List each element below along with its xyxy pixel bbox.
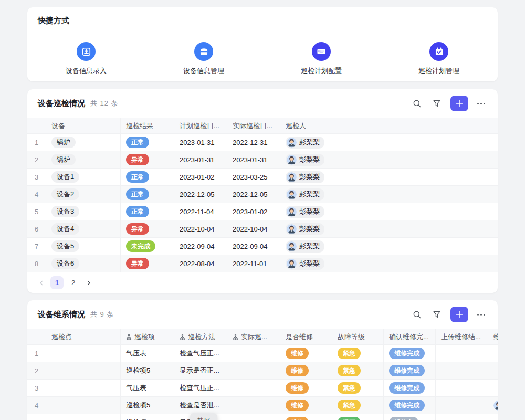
device-cell[interactable]: 锅炉 — [46, 134, 121, 151]
inspector-cell[interactable]: 彭梨梨 — [280, 220, 332, 237]
header-column[interactable]: 维 — [488, 329, 498, 344]
prev-page-icon[interactable] — [36, 277, 47, 289]
confirm-cell[interactable]: 维修中 — [384, 414, 436, 420]
point-cell[interactable] — [46, 414, 121, 420]
device-cell[interactable]: 设备2 — [46, 186, 121, 203]
level-cell[interactable]: 紧急 — [332, 362, 384, 379]
result-cell[interactable]: 异常 — [121, 220, 174, 237]
actual-date-cell[interactable]: 2022-11-01 — [227, 255, 280, 272]
next-page-icon[interactable] — [83, 277, 94, 289]
planned-date-cell[interactable]: 2023-01-31 — [174, 134, 227, 151]
planned-date-cell[interactable]: 2023-01-02 — [174, 169, 227, 185]
header-device[interactable]: 设备 — [46, 118, 121, 133]
inspector-cell[interactable]: 彭梨梨 — [280, 151, 332, 168]
level-cell[interactable]: 紧急 — [332, 345, 384, 362]
item-cell[interactable]: 巡检项5 — [121, 414, 174, 420]
header-column[interactable]: 是否维修 — [280, 329, 332, 344]
header-actual-date[interactable]: 实际巡检日... — [227, 118, 280, 133]
more-icon[interactable] — [474, 307, 488, 322]
result-cell[interactable]: 正常 — [121, 134, 174, 151]
planned-date-cell[interactable]: 2022-09-04 — [174, 238, 227, 255]
header-column[interactable]: 上传维修结... — [436, 329, 488, 344]
header-column[interactable]: 故障等级 — [332, 329, 384, 344]
point-cell[interactable] — [46, 362, 121, 379]
point-cell[interactable] — [46, 345, 121, 362]
table-row[interactable]: 3 气压表 检查气压正... 维修 紧急 维修完成 — [27, 380, 498, 397]
actual-date-cell[interactable]: 2023-03-25 — [227, 169, 280, 185]
filter-icon[interactable] — [429, 307, 444, 322]
result-cell[interactable]: 异常 — [121, 151, 174, 168]
search-icon[interactable] — [410, 307, 424, 322]
inspector-cell[interactable]: 彭梨梨 — [280, 255, 332, 272]
upload-cell[interactable] — [436, 397, 488, 414]
method-cell[interactable]: 显示是否正... — [174, 362, 227, 379]
method-cell[interactable]: 检查气压正... — [174, 380, 227, 396]
item-cell[interactable]: 巡检项5 — [121, 397, 174, 414]
planned-date-cell[interactable]: 2022-10-04 — [174, 220, 227, 237]
result-cell[interactable]: 正常 — [121, 186, 174, 203]
table-row[interactable]: 4 设备2 正常 2022-12-05 2022-12-05 彭梨梨 — [27, 186, 498, 203]
table-row[interactable]: 4 巡检项5 检查是否泄... 维修 紧急 维修完成 — [27, 397, 498, 414]
add-record-button[interactable] — [450, 96, 468, 111]
actual-cell[interactable] — [227, 345, 280, 362]
device-cell[interactable]: 锅炉 — [46, 151, 121, 168]
result-cell[interactable]: 正常 — [121, 203, 174, 220]
device-cell[interactable]: 设备6 — [46, 255, 121, 272]
assignee-cell[interactable] — [488, 397, 498, 414]
upload-cell[interactable] — [436, 380, 488, 396]
table-row[interactable]: 5 巡检项5 显示是否正... 维修 重要 维修中 — [27, 414, 498, 420]
header-inspector[interactable]: 巡检人 — [280, 118, 332, 133]
search-icon[interactable] — [410, 96, 424, 111]
point-cell[interactable] — [46, 380, 121, 396]
add-record-button[interactable] — [450, 307, 468, 322]
filter-icon[interactable] — [429, 96, 444, 111]
repair-cell[interactable]: 维修 — [280, 345, 332, 362]
result-cell[interactable]: 异常 — [121, 255, 174, 272]
level-cell[interactable]: 重要 — [332, 414, 384, 420]
inspector-cell[interactable]: 彭梨梨 — [280, 203, 332, 220]
inspector-cell[interactable]: 彭梨梨 — [280, 169, 332, 185]
confirm-cell[interactable]: 维修完成 — [384, 362, 436, 379]
actual-date-cell[interactable]: 2022-12-05 — [227, 186, 280, 203]
point-cell[interactable] — [46, 397, 121, 414]
actual-cell[interactable] — [227, 397, 280, 414]
actual-cell[interactable] — [227, 414, 280, 420]
method-cell[interactable]: 检查是否泄... — [174, 397, 227, 414]
header-column[interactable]: 巡检点 — [46, 329, 121, 344]
result-cell[interactable]: 正常 — [121, 169, 174, 185]
actual-date-cell[interactable]: 2023-01-31 — [227, 151, 280, 168]
assignee-cell[interactable] — [488, 414, 498, 420]
actual-cell[interactable] — [227, 380, 280, 396]
assignee-cell[interactable] — [488, 362, 498, 379]
header-column[interactable]: 巡检方法 — [174, 329, 227, 344]
repair-cell[interactable]: 维修 — [280, 397, 332, 414]
confirm-cell[interactable]: 维修完成 — [384, 345, 436, 362]
device-cell[interactable]: 设备1 — [46, 169, 121, 185]
shortcut-plan-config[interactable]: 巡检计划配置 — [262, 34, 380, 76]
planned-date-cell[interactable]: 2022-11-04 — [174, 203, 227, 220]
device-cell[interactable]: 设备3 — [46, 203, 121, 220]
table-row[interactable]: 5 设备3 正常 2022-11-04 2023-01-02 彭梨梨 — [27, 203, 498, 220]
actual-cell[interactable] — [227, 362, 280, 379]
item-cell[interactable]: 气压表 — [121, 345, 174, 362]
inspector-cell[interactable]: 彭梨梨 — [280, 238, 332, 255]
actual-date-cell[interactable]: 2022-09-04 — [227, 238, 280, 255]
header-column[interactable]: 确认维修完... — [384, 329, 436, 344]
upload-cell[interactable] — [436, 345, 488, 362]
assignee-cell[interactable] — [488, 380, 498, 396]
shortcut-plan-manage[interactable]: 巡检计划管理 — [380, 34, 498, 76]
page-button-1[interactable]: 1 — [50, 276, 64, 289]
planned-date-cell[interactable]: 2022-08-04 — [174, 255, 227, 272]
table-row[interactable]: 3 设备1 正常 2023-01-02 2023-03-25 彭梨梨 — [27, 169, 498, 186]
repair-cell[interactable]: 维修 — [280, 414, 332, 420]
header-result[interactable]: 巡检结果 — [121, 118, 174, 133]
planned-date-cell[interactable]: 2023-01-31 — [174, 151, 227, 168]
method-cell[interactable]: 检查气压正... — [174, 345, 227, 362]
device-cell[interactable]: 设备5 — [46, 238, 121, 255]
level-cell[interactable]: 紧急 — [332, 380, 384, 396]
assignee-cell[interactable] — [488, 345, 498, 362]
inspector-cell[interactable]: 彭梨梨 — [280, 186, 332, 203]
table-row[interactable]: 1 锅炉 正常 2023-01-31 2022-12-31 彭梨梨 — [27, 134, 498, 151]
item-cell[interactable]: 巡检项5 — [121, 362, 174, 379]
confirm-cell[interactable]: 维修完成 — [384, 397, 436, 414]
